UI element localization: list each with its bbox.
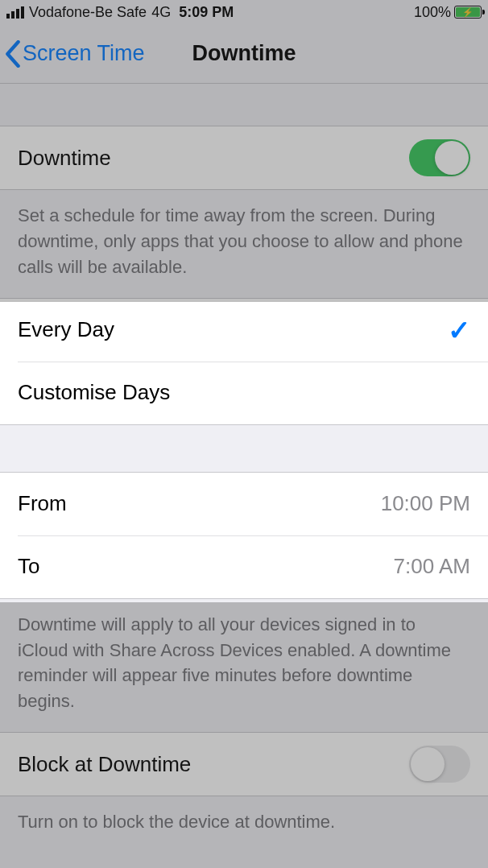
block-label: Block at Downtime: [18, 752, 191, 777]
from-time-row[interactable]: From 10:00 PM: [0, 473, 488, 535]
network-label: 4G: [151, 4, 171, 21]
customise-days-row[interactable]: Customise Days: [0, 362, 488, 424]
time-range-footer: Downtime will apply to all your devices …: [0, 599, 488, 733]
schedule-mode-group: Every Day ✓ Customise Days: [0, 298, 488, 425]
clock-label: 5:09 PM: [179, 4, 234, 21]
downtime-toggle-row[interactable]: Downtime: [0, 126, 488, 189]
nav-bar: Screen Time Downtime: [0, 24, 488, 84]
back-label: Screen Time: [23, 41, 145, 66]
from-value: 10:00 PM: [381, 491, 470, 516]
every-day-row[interactable]: Every Day ✓: [0, 299, 488, 362]
time-range-group: From 10:00 PM To 7:00 AM: [0, 472, 488, 599]
from-label: From: [18, 491, 67, 516]
customise-days-label: Customise Days: [18, 380, 170, 405]
downtime-toggle[interactable]: [409, 139, 470, 176]
to-label: To: [18, 554, 39, 579]
carrier-label: Vodafone-Be Safe: [29, 4, 147, 21]
to-time-row[interactable]: To 7:00 AM: [0, 535, 488, 598]
battery-pct-label: 100%: [414, 4, 451, 21]
every-day-label: Every Day: [18, 317, 114, 342]
to-value: 7:00 AM: [394, 554, 470, 579]
block-footer: Turn on to block the device at downtime.: [0, 796, 488, 853]
status-bar: Vodafone-Be Safe 4G 5:09 PM 100% ⚡: [0, 0, 488, 24]
back-button[interactable]: Screen Time: [0, 40, 145, 68]
page-title: Downtime: [192, 41, 296, 66]
downtime-toggle-label: Downtime: [18, 146, 111, 171]
block-toggle-row[interactable]: Block at Downtime: [0, 733, 488, 796]
downtime-toggle-group: Downtime: [0, 126, 488, 190]
block-group: Block at Downtime: [0, 732, 488, 796]
signal-icon: [6, 6, 24, 19]
chevron-left-icon: [5, 40, 21, 68]
downtime-description: Set a schedule for time away from the sc…: [0, 190, 488, 298]
battery-icon: ⚡: [454, 6, 482, 19]
checkmark-icon: ✓: [448, 314, 470, 346]
block-toggle[interactable]: [409, 746, 470, 783]
